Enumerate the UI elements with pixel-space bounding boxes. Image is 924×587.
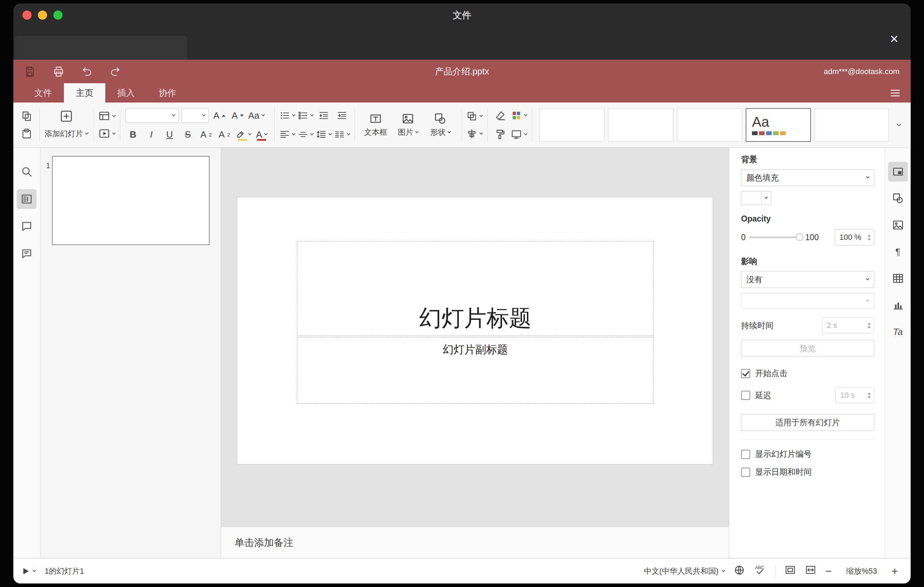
slide-thumbnail-selected[interactable] [52,156,210,245]
insert-textbox-button[interactable]: 文本框 [360,102,391,147]
zoom-out-button[interactable]: − [825,566,832,577]
delay-spinner[interactable]: 10 s [835,387,874,403]
slide-title-placeholder[interactable]: 幻灯片标题 [297,241,654,336]
image-settings-tab[interactable] [888,215,908,235]
slide-subtitle-placeholder[interactable]: 幻灯片副标题 [297,337,654,404]
fill-color-picker[interactable] [741,191,771,205]
spinner-arrows[interactable] [865,318,874,333]
font-size-combo[interactable] [182,108,209,123]
traffic-zoom-button[interactable] [53,10,63,20]
strikeout-button[interactable]: S [180,126,196,143]
fill-type-select[interactable]: 颜色填充 [741,169,874,186]
feedback-button[interactable] [17,244,36,264]
notes-input[interactable]: 单击添加备注 [221,527,729,558]
bullet-list-button[interactable] [279,107,295,124]
tab-collaboration[interactable]: 协作 [147,83,188,102]
change-layout-button[interactable] [98,108,115,124]
tab-insert[interactable]: 插入 [105,83,147,102]
zoom-in-button[interactable]: + [891,566,898,577]
theme-option[interactable] [815,108,889,142]
slide-settings-tab[interactable] [888,162,908,181]
spinner-arrows[interactable] [865,387,874,403]
line-spacing-button[interactable] [316,126,332,143]
effect-select[interactable]: 没有 [741,271,874,288]
tab-home[interactable]: 主页 [64,83,105,102]
font-color-button[interactable]: A [254,126,269,143]
delay-checkbox[interactable] [741,391,750,400]
table-settings-tab[interactable] [888,269,908,288]
theme-option[interactable] [608,108,673,142]
subscript-button[interactable]: A2 [216,126,232,143]
opacity-slider[interactable] [749,237,802,238]
theme-option[interactable] [539,108,604,142]
fit-to-width-button[interactable] [805,564,816,578]
opacity-value-spinner[interactable]: 100 % [835,229,874,246]
traffic-close-button[interactable] [23,10,31,20]
show-date-time-checkbox[interactable] [741,468,750,477]
chart-icon [892,299,904,311]
shape-settings-tab[interactable] [888,188,908,208]
paste-button[interactable] [19,126,35,142]
spinner-arrows[interactable] [865,229,874,245]
chevron-down-icon [172,113,175,117]
font-name-combo[interactable] [125,108,179,123]
spellcheck-button[interactable]: ABC [754,564,766,578]
save-button[interactable] [24,66,36,77]
align-shapes-button[interactable] [466,126,482,142]
increase-indent-button[interactable] [334,107,350,124]
highlight-color-button[interactable] [235,126,251,143]
preview-button[interactable]: 预览 [741,340,874,357]
set-document-language-button[interactable] [734,564,745,578]
menu-button[interactable] [889,83,901,102]
numbered-list-button[interactable] [298,107,313,124]
bold-button[interactable]: B [125,126,141,143]
copy-style-button[interactable] [493,126,508,143]
theme-gallery-expand-button[interactable] [893,124,905,126]
redo-button[interactable] [109,66,121,77]
chart-settings-tab[interactable] [888,295,908,315]
undo-button[interactable] [81,66,93,77]
color-scheme-button[interactable] [511,107,527,124]
superscript-button[interactable]: A2 [198,126,214,143]
fit-to-slide-button[interactable] [785,564,796,578]
theme-option[interactable] [677,108,742,142]
add-slide-dropdown[interactable]: 添加幻灯片 [45,126,88,142]
italic-button[interactable]: I [144,126,159,143]
language-button[interactable]: 中文(中华人民共和国) [644,566,724,577]
start-on-click-checkbox[interactable] [741,369,750,378]
apply-to-all-slides-button[interactable]: 适用于所有幻灯片 [741,414,874,431]
theme-option-selected[interactable]: Aa [746,108,811,142]
traffic-minimize-button[interactable] [38,10,47,20]
copy-button[interactable] [19,108,35,124]
slides-panel-button[interactable] [17,189,36,209]
effect-type-select[interactable] [741,293,874,309]
insert-shape-button[interactable]: 形状 [424,102,456,147]
slide-1[interactable]: 幻灯片标题 幻灯片副标题 [237,197,713,465]
add-slide-button[interactable] [59,108,74,124]
columns-button[interactable] [334,126,350,143]
duration-spinner[interactable]: 2 s [822,317,874,333]
decrease-font-button[interactable]: A [230,107,246,124]
slide-size-button[interactable] [511,126,527,143]
textart-settings-tab[interactable]: Ta [888,322,908,341]
start-slideshow-button[interactable] [21,567,35,576]
clear-style-button[interactable] [493,107,508,124]
vertical-align-button[interactable] [298,126,313,143]
horizontal-align-button[interactable] [279,126,295,143]
underline-button[interactable]: U [162,126,177,143]
show-slide-number-checkbox[interactable] [741,450,750,459]
start-slideshow-dropdown[interactable] [98,126,115,142]
increase-font-button[interactable]: A [212,107,227,124]
close-button[interactable]: × [886,31,902,47]
slider-knob[interactable] [796,234,803,241]
change-case-button[interactable]: Aa [248,107,264,124]
comments-button[interactable] [17,217,36,236]
print-button[interactable] [53,66,64,77]
search-button[interactable] [17,162,36,181]
tab-file[interactable]: 文件 [23,83,64,102]
decrease-indent-button[interactable] [316,107,332,124]
arrange-shapes-button[interactable] [466,108,482,124]
paragraph-settings-tab[interactable]: ¶ [888,242,908,262]
opacity-label: Opacity [741,214,874,224]
insert-image-button[interactable]: 图片 [392,102,424,147]
